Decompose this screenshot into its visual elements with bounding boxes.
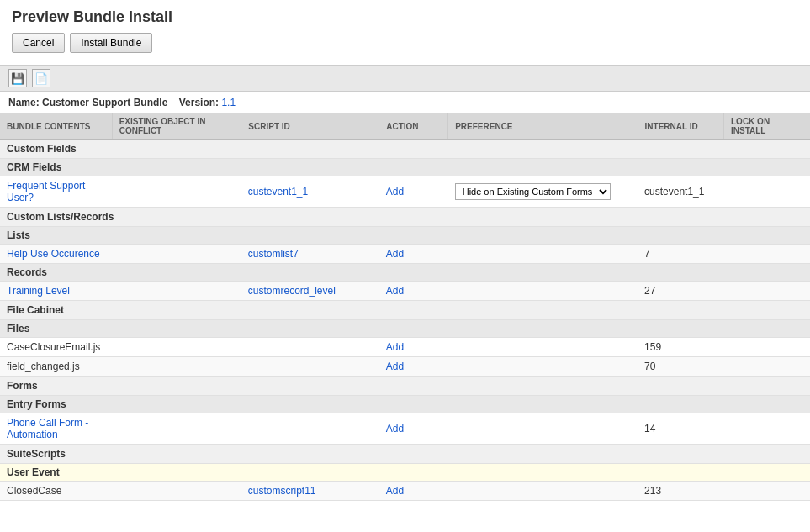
- script-id-link[interactable]: customrecord_level: [248, 285, 336, 297]
- internal-id-cell: custevent1_1: [638, 176, 723, 208]
- item-name-link[interactable]: Help Use Occurence: [7, 248, 100, 260]
- item-name-cell: CaseClosureEmail.js: [0, 338, 112, 357]
- section-row: Custom Lists/Records: [0, 208, 810, 227]
- item-name-link[interactable]: Training Level: [7, 285, 70, 297]
- subsection-row: User Event: [0, 464, 810, 482]
- existing-object-cell: [112, 357, 241, 377]
- col-header-lock-on-install: Lock on Install: [724, 113, 811, 140]
- internal-id-cell: 27: [638, 282, 723, 301]
- section-row: Custom Fields: [0, 140, 810, 159]
- script-id-link[interactable]: customlist7: [248, 248, 299, 260]
- subsection-label: Records: [0, 264, 810, 282]
- col-header-internal-id: Internal ID: [638, 113, 723, 140]
- section-label: Custom Fields: [0, 140, 810, 159]
- lock-cell: [724, 245, 811, 264]
- subsection-label: Files: [0, 320, 810, 338]
- table-row: Training Level customrecord_level Add 27: [0, 282, 810, 301]
- bundle-version-label: Version:: [179, 97, 219, 108]
- preference-cell: [448, 338, 638, 357]
- preference-cell: Hide on Existing Custom FormsAdd to Exis…: [448, 176, 638, 208]
- lock-cell: [724, 413, 811, 445]
- section-row: SuiteScripts: [0, 445, 810, 464]
- item-name-cell: ClosedCase: [0, 482, 112, 501]
- col-header-bundle-contents: Bundle Contents: [0, 113, 112, 140]
- item-name-cell: Training Level: [0, 282, 112, 301]
- script-id-cell: customrecord_level: [241, 282, 379, 301]
- section-label: SuiteScripts: [0, 445, 810, 464]
- script-id-cell: customscript11: [241, 482, 379, 501]
- item-name-link[interactable]: Phone Call Form - Automation: [7, 417, 88, 440]
- section-row: Forms: [0, 377, 810, 396]
- preference-cell: [448, 357, 638, 377]
- existing-object-cell: [112, 413, 241, 445]
- subsection-label: Entry Forms: [0, 396, 810, 413]
- item-name-cell: Help Use Occurence: [0, 245, 112, 264]
- lock-cell: [724, 338, 811, 357]
- col-header-script-id: Script ID: [241, 113, 379, 140]
- item-name: ClosedCase: [7, 485, 61, 497]
- action-value: Add: [386, 361, 404, 372]
- preference-cell: [448, 282, 638, 301]
- col-header-existing-object: Existing Object in Conflict: [112, 113, 241, 140]
- col-header-preference: Preference: [448, 113, 638, 140]
- cancel-button[interactable]: Cancel: [12, 33, 65, 53]
- icon-toolbar: 💾 📄: [0, 65, 810, 92]
- lock-cell: [724, 357, 811, 377]
- subsection-label: User Event: [0, 464, 810, 482]
- table-row: Phone Call Form - Automation Add 14: [0, 413, 810, 445]
- action-cell: Add: [379, 338, 448, 357]
- action-cell: Add: [379, 413, 448, 445]
- item-name: CaseClosureEmail.js: [7, 341, 100, 353]
- action-cell: Add: [379, 282, 448, 301]
- section-label: File Cabinet: [0, 301, 810, 320]
- item-name-cell: Phone Call Form - Automation: [0, 413, 112, 445]
- item-name-link[interactable]: Frequent Support User?: [7, 180, 85, 203]
- preference-cell: [448, 482, 638, 501]
- subsection-row: Entry Forms: [0, 396, 810, 413]
- action-cell: Add: [379, 176, 448, 208]
- action-value: Add: [386, 285, 404, 297]
- lock-cell: [724, 282, 811, 301]
- existing-object-cell: [112, 482, 241, 501]
- section-label: Custom Lists/Records: [0, 208, 810, 227]
- internal-id-cell: 7: [638, 245, 723, 264]
- script-id-link[interactable]: custevent1_1: [248, 186, 308, 198]
- action-value: Add: [386, 423, 404, 435]
- script-id-link[interactable]: customscript11: [248, 485, 316, 497]
- bundle-info: Name: Customer Support Bundle Version: 1…: [0, 92, 810, 113]
- script-id-cell: [241, 413, 379, 445]
- script-id-cell: customlist7: [241, 245, 379, 264]
- section-label: Forms: [0, 377, 810, 396]
- action-value: Add: [386, 248, 404, 260]
- internal-id-cell: 14: [638, 413, 723, 445]
- bundle-version-value[interactable]: 1.1: [221, 97, 236, 108]
- action-cell: Add: [379, 245, 448, 264]
- lock-cell: [724, 176, 811, 208]
- action-cell: Add: [379, 357, 448, 377]
- item-name-cell: Frequent Support User?: [0, 176, 112, 208]
- col-header-action: Action: [379, 113, 448, 140]
- internal-id-cell: 159: [638, 338, 723, 357]
- internal-id-cell: 213: [638, 482, 723, 501]
- subsection-label: CRM Fields: [0, 159, 810, 176]
- install-bundle-button[interactable]: Install Bundle: [70, 33, 152, 53]
- preference-select[interactable]: Hide on Existing Custom FormsAdd to Exis…: [455, 183, 611, 200]
- internal-id-cell: 70: [638, 357, 723, 377]
- export-icon[interactable]: 💾: [8, 69, 27, 87]
- bundle-name-value: Customer Support Bundle: [42, 97, 167, 108]
- script-id-cell: [241, 357, 379, 377]
- subsection-row: Records: [0, 264, 810, 282]
- page-title: Preview Bundle Install: [12, 8, 798, 26]
- table-row: Frequent Support User? custevent1_1 Add …: [0, 176, 810, 208]
- table-row: ClosedCase customscript11 Add 213: [0, 482, 810, 501]
- lock-cell: [724, 482, 811, 501]
- action-value: Add: [386, 186, 404, 198]
- excel-icon[interactable]: 📄: [32, 69, 50, 87]
- existing-object-cell: [112, 282, 241, 301]
- subsection-row: Files: [0, 320, 810, 338]
- item-name: field_changed.js: [7, 361, 80, 372]
- existing-object-cell: [112, 338, 241, 357]
- bundle-name-label: Name:: [8, 97, 40, 108]
- section-row: File Cabinet: [0, 301, 810, 320]
- subsection-row: CRM Fields: [0, 159, 810, 176]
